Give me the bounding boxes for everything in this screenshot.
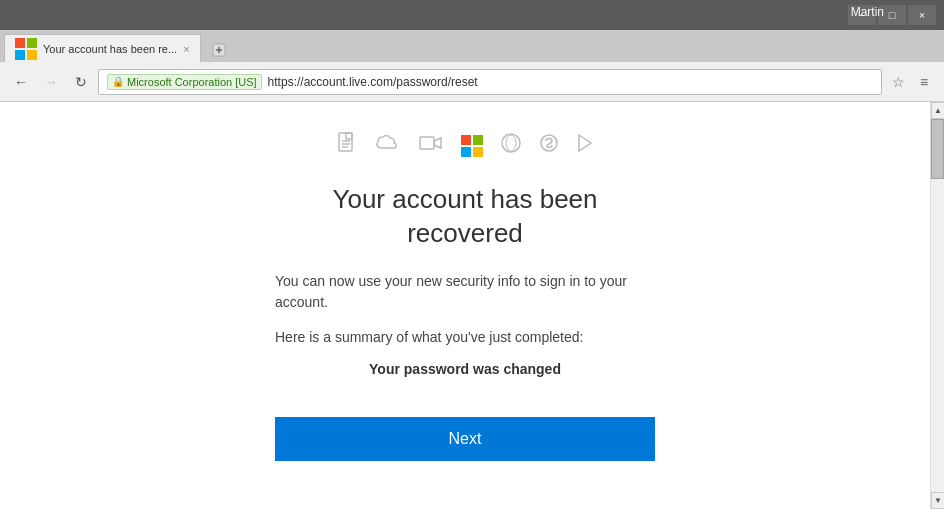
nav-tools: ☆ ≡ <box>886 70 936 94</box>
user-name: Martin <box>851 5 884 19</box>
page-area: Your account has beenrecovered You can n… <box>0 102 930 509</box>
password-changed-text: Your password was changed <box>275 361 655 377</box>
star-icon-button[interactable]: ☆ <box>886 70 910 94</box>
description-text: You can now use your new security info t… <box>275 271 655 313</box>
scroll-up-button[interactable]: ▲ <box>931 102 944 119</box>
main-heading: Your account has beenrecovered <box>332 183 597 251</box>
summary-text: Here is a summary of what you've just co… <box>275 329 655 345</box>
ssl-text: Microsoft Corporation [US] <box>127 76 257 88</box>
microsoft-logo <box>461 135 483 157</box>
refresh-button[interactable]: ↻ <box>68 69 94 95</box>
video-icon <box>419 134 443 157</box>
skype-icon <box>539 133 559 158</box>
forward-button[interactable]: → <box>38 69 64 95</box>
title-bar: Martin − □ × <box>0 0 944 30</box>
back-button[interactable]: ← <box>8 69 34 95</box>
tab-favicon <box>15 38 37 60</box>
tab-title: Your account has been re... <box>43 43 177 55</box>
svg-rect-2 <box>346 133 352 139</box>
ssl-badge: 🔒 Microsoft Corporation [US] <box>107 74 262 90</box>
play-icon <box>577 133 593 158</box>
address-bar[interactable]: 🔒 Microsoft Corporation [US] https://acc… <box>98 69 882 95</box>
svg-rect-6 <box>420 137 434 149</box>
browser-tab[interactable]: Your account has been re... × <box>4 34 201 62</box>
ms-favicon <box>15 38 37 60</box>
browser-content: Your account has beenrecovered You can n… <box>0 102 944 509</box>
menu-button[interactable]: ≡ <box>912 70 936 94</box>
url-text: https://account.live.com/password/reset <box>268 75 873 89</box>
xbox-icon <box>501 133 521 158</box>
scroll-down-button[interactable]: ▼ <box>931 492 944 509</box>
cloud-icon <box>375 134 401 157</box>
scrollbar-thumb[interactable] <box>931 119 944 179</box>
ms-icons-row <box>337 132 593 159</box>
page-content: Your account has beenrecovered You can n… <box>115 102 815 481</box>
scrollbar-track <box>931 119 944 492</box>
scrollbar: ▲ ▼ <box>930 102 944 509</box>
tab-close-button[interactable]: × <box>183 43 189 55</box>
nav-bar: ← → ↻ 🔒 Microsoft Corporation [US] https… <box>0 62 944 102</box>
lock-icon: 🔒 <box>112 76 124 87</box>
svg-point-8 <box>506 135 516 151</box>
close-button[interactable]: × <box>908 5 936 25</box>
document-icon <box>337 132 357 159</box>
new-tab-button[interactable] <box>205 38 233 62</box>
svg-point-7 <box>502 134 520 152</box>
next-button[interactable]: Next <box>275 417 655 461</box>
tab-bar: Your account has been re... × <box>0 30 944 62</box>
